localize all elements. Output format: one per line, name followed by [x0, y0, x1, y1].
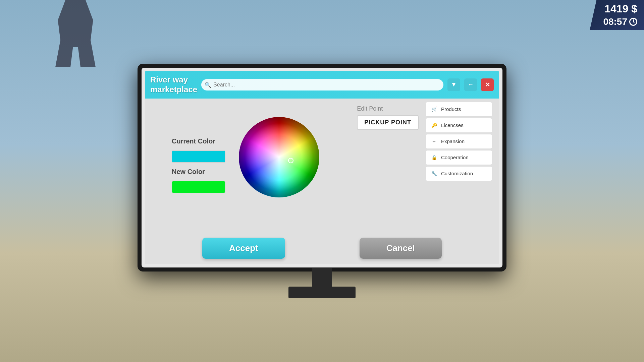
close-button[interactable]: ✕ [481, 78, 494, 91]
monitor-stand-base [288, 287, 356, 298]
hud-panel: 1419 $ 08:57 [590, 0, 644, 30]
cooperation-icon: 🔒 [430, 154, 438, 161]
hud-money: 1419 $ [604, 3, 637, 15]
monitor-screen: River way marketplace 🔍 ▼ ← ✕ Curren [142, 68, 502, 267]
dialog-body: Current Color New Color Ed [145, 99, 499, 232]
nav-item-cooperation-label: Cooperation [441, 155, 469, 160]
nav-item-customization[interactable]: 🔧 Customization [425, 166, 492, 181]
customization-icon: 🔧 [430, 170, 438, 177]
pickup-point-button[interactable]: PICKUP POINT [357, 115, 419, 130]
nav-item-customization-label: Customization [441, 171, 473, 176]
nav-menu: 🛒 Products 🔑 Licencses ↔ Expansion � [425, 102, 492, 181]
search-input[interactable] [201, 79, 443, 90]
expansion-icon: ↔ [430, 138, 438, 145]
nav-item-expansion-label: Expansion [441, 138, 465, 144]
color-wheel-container [239, 117, 319, 197]
new-color-label: New Color [172, 168, 205, 176]
monitor-frame: River way marketplace 🔍 ▼ ← ✕ Curren [138, 64, 506, 298]
edit-point-label: Edit Point [357, 105, 419, 112]
licencses-icon: 🔑 [430, 122, 438, 129]
current-color-label: Current Color [172, 137, 215, 145]
monitor-bezel: River way marketplace 🔍 ▼ ← ✕ Curren [138, 64, 506, 272]
current-color-swatch[interactable] [172, 150, 225, 163]
nav-item-products-label: Products [441, 106, 461, 112]
search-icon: 🔍 [205, 81, 211, 88]
clock-icon [629, 18, 637, 26]
dialog-header: River way marketplace 🔍 ▼ ← ✕ [145, 71, 499, 99]
nav-item-licencses-label: Licencses [441, 122, 464, 128]
dialog-title: River way marketplace [150, 75, 197, 95]
color-wheel-overlay [239, 117, 319, 197]
accept-button[interactable]: Accept [202, 238, 285, 259]
hud-time-value: 08:57 [603, 16, 627, 27]
back-button[interactable]: ← [464, 78, 477, 91]
nav-item-products[interactable]: 🛒 Products [425, 102, 492, 117]
dialog-window: River way marketplace 🔍 ▼ ← ✕ Curren [145, 71, 499, 264]
monitor-stand-neck [312, 268, 332, 288]
new-color-swatch[interactable] [172, 181, 225, 193]
dropdown-button[interactable]: ▼ [447, 78, 460, 91]
nav-item-expansion[interactable]: ↔ Expansion [425, 134, 492, 149]
color-picker-area: Current Color New Color [172, 137, 225, 193]
search-wrapper: 🔍 [201, 79, 443, 90]
nav-item-cooperation[interactable]: 🔒 Cooperation [425, 150, 492, 165]
edit-point-section: Edit Point PICKUP POINT [357, 105, 419, 130]
dialog-footer: Accept Cancel [145, 232, 499, 264]
color-wheel[interactable] [239, 117, 319, 197]
products-icon: 🛒 [430, 106, 438, 113]
cancel-button[interactable]: Cancel [360, 238, 442, 259]
nav-item-licencses[interactable]: 🔑 Licencses [425, 118, 492, 133]
hud-time: 08:57 [603, 16, 637, 27]
